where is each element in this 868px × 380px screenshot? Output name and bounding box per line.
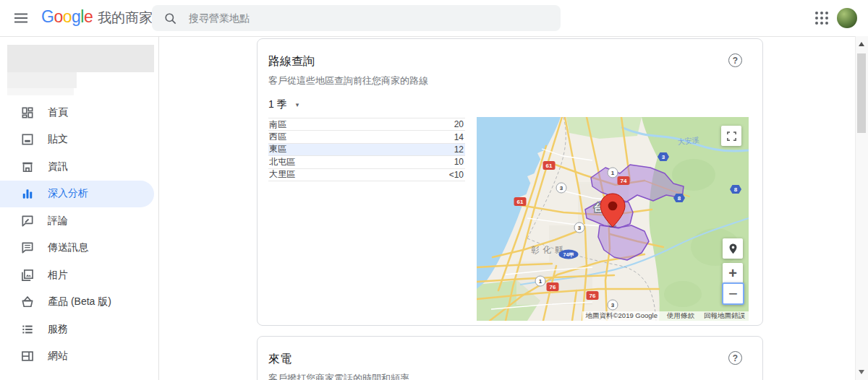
sidebar-item-home[interactable]: 首頁 (0, 99, 158, 126)
storefront-icon (20, 160, 35, 174)
sidebar-item-label: 深入分析 (48, 187, 88, 200)
sidebar-item-insights[interactable]: 深入分析 (0, 181, 154, 208)
search-icon (163, 12, 177, 25)
sidebar-item-label: 評論 (48, 215, 68, 228)
calls-card: 來電 ? 客戶撥打您商家電話的時間和頻率 (257, 336, 763, 380)
regions-table: 南區 20 西區 14 東區 12 北屯區 10 大里區 <10 (268, 118, 465, 181)
sidebar-nav: 首頁 貼文 資訊 深入分析 (0, 36, 159, 380)
google-logo[interactable]: Google 我的商家 (41, 7, 153, 27)
map-copyright: 地圖資料©2019 Google (586, 311, 658, 321)
help-icon[interactable]: ? (728, 53, 742, 67)
table-row[interactable]: 大里區 <10 (268, 169, 465, 181)
directions-card: 路線查詢 ? 客戶從這些地區查詢前往您商家的路線 1 季 ▾ 南區 20 西區 … (257, 38, 763, 326)
user-avatar[interactable] (837, 8, 857, 28)
svg-text:74: 74 (621, 178, 627, 184)
sidebar-menu: 首頁 貼文 資訊 深入分析 (0, 99, 158, 370)
scroll-down-arrow-icon[interactable] (859, 370, 864, 374)
scrollbar-thumb[interactable] (857, 53, 866, 133)
sidebar-item-services[interactable]: 服務 (0, 316, 158, 343)
svg-text:3: 3 (611, 302, 615, 308)
messages-icon (20, 241, 35, 255)
fullscreen-button[interactable] (721, 126, 741, 146)
sidebar-item-messages[interactable]: 傳送訊息 (0, 235, 158, 262)
svg-text:3: 3 (662, 154, 665, 160)
page-scrollbar[interactable] (855, 36, 868, 380)
app-header: Google 我的商家 (0, 0, 868, 37)
search-input[interactable] (187, 12, 549, 25)
chevron-down-icon: ▾ (296, 101, 299, 108)
help-icon[interactable]: ? (728, 351, 742, 365)
services-list-icon (20, 322, 35, 337)
table-row[interactable]: 南區 20 (268, 118, 465, 131)
zoom-in-button[interactable]: + (723, 263, 743, 283)
sidebar-item-info[interactable]: 資訊 (0, 153, 158, 181)
table-row-highlighted[interactable]: 東區 12 (268, 144, 465, 156)
fullscreen-icon (726, 131, 737, 142)
business-meta-placeholder (7, 88, 74, 95)
card-title: 來電 (268, 352, 751, 367)
sidebar-item-label: 相片 (48, 269, 68, 282)
svg-text:1: 1 (539, 278, 542, 285)
show-location-button[interactable] (723, 238, 743, 259)
map-attribution: 地圖資料©2019 Google 使用條款 回報地圖錯誤 (582, 311, 749, 321)
svg-text:8: 8 (734, 186, 738, 193)
svg-text:74甲: 74甲 (563, 252, 574, 258)
period-selector[interactable]: 1 季 ▾ (268, 98, 299, 111)
search-bar[interactable] (152, 5, 561, 31)
sidebar-item-reviews[interactable]: 評論 (0, 207, 158, 235)
place-pin-icon (727, 243, 739, 255)
sidebar-item-website[interactable]: 網站 (0, 343, 158, 371)
map-canvas[interactable]: 彰化縣 大安溪 台中 61 61 74 76 76 1 1 3 3 3 8 8 (477, 117, 749, 321)
zoom-out-button[interactable]: − (722, 282, 744, 305)
reviews-icon (20, 214, 35, 228)
photos-icon (20, 268, 35, 282)
svg-text:76: 76 (590, 293, 596, 299)
product-name: 我的商家 (98, 9, 153, 27)
posts-icon (20, 132, 35, 147)
card-subtitle: 客戶撥打您商家電話的時間和頻率 (268, 372, 751, 380)
dashboard-icon (20, 105, 35, 120)
svg-text:3: 3 (560, 185, 563, 191)
svg-text:61: 61 (546, 163, 553, 169)
sidebar-item-label: 網站 (48, 350, 68, 363)
apps-grid-icon[interactable] (813, 9, 830, 27)
svg-text:1: 1 (611, 170, 615, 176)
sidebar-item-label: 產品 (Beta 版) (48, 295, 111, 308)
sidebar-item-photos[interactable]: 相片 (0, 262, 158, 289)
sidebar-item-posts[interactable]: 貼文 (0, 126, 158, 154)
svg-text:61: 61 (517, 199, 524, 205)
sidebar-item-label: 傳送訊息 (48, 241, 88, 254)
business-address-placeholder (7, 72, 77, 88)
card-subtitle: 客戶從這些地區查詢前往您商家的路線 (268, 74, 751, 87)
svg-text:3: 3 (578, 225, 582, 231)
products-basket-icon (20, 295, 35, 309)
period-value: 1 季 (268, 98, 287, 111)
website-icon (20, 349, 35, 363)
sidebar-item-label: 首頁 (48, 106, 68, 119)
sidebar-item-products[interactable]: 產品 (Beta 版) (0, 289, 158, 316)
svg-text:76: 76 (550, 284, 556, 290)
insights-bar-chart-icon (20, 186, 35, 201)
terms-link[interactable]: 使用條款 (667, 311, 694, 321)
scroll-up-arrow-icon[interactable] (859, 42, 864, 46)
report-error-link[interactable]: 回報地圖錯誤 (704, 311, 745, 321)
hamburger-menu-icon[interactable] (12, 9, 30, 27)
table-row[interactable]: 北屯區 10 (268, 156, 465, 168)
table-row[interactable]: 西區 14 (268, 131, 465, 143)
business-name-placeholder (7, 45, 154, 72)
card-title: 路線查詢 (268, 54, 751, 69)
sidebar-item-label: 貼文 (48, 133, 68, 146)
sidebar-item-label: 資訊 (48, 160, 68, 173)
svg-text:8: 8 (678, 195, 681, 202)
sidebar-item-label: 服務 (48, 323, 68, 336)
